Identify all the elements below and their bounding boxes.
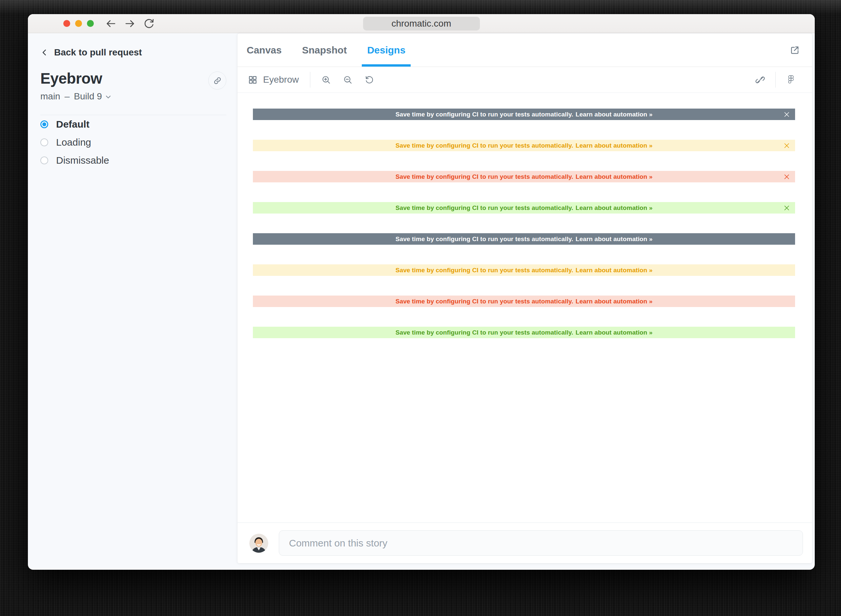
eyebrow-message: Save time by configuring CI to run your …	[396, 204, 573, 211]
address-bar-url: chromatic.com	[391, 18, 451, 29]
eyebrow-banner-red-static: Save time by configuring CI to run your …	[253, 296, 795, 307]
window-minimize-button[interactable]	[75, 20, 82, 27]
browser-back-icon[interactable]	[105, 18, 117, 29]
eyebrow-message: Save time by configuring CI to run your …	[396, 329, 573, 336]
eyebrow-banner-gray: Save time by configuring CI to run your …	[253, 109, 795, 120]
user-avatar	[249, 534, 268, 553]
comment-input[interactable]	[279, 530, 803, 556]
figma-design-button[interactable]	[786, 75, 796, 85]
eyebrow-message: Save time by configuring CI to run your …	[396, 173, 573, 180]
traffic-lights	[63, 20, 94, 27]
reset-zoom-icon	[365, 75, 374, 85]
eyebrow-message: Save time by configuring CI to run your …	[396, 236, 573, 243]
tab-canvas[interactable]: Canvas	[247, 34, 282, 67]
comment-bar	[237, 522, 812, 563]
close-icon	[783, 142, 790, 149]
variant-option-default[interactable]: Default	[40, 115, 226, 133]
external-link-icon	[790, 45, 800, 55]
eyebrow-dismiss-button[interactable]	[783, 173, 790, 180]
variant-option-loading[interactable]: Loading	[40, 133, 226, 151]
browser-titlebar: chromatic.com	[28, 14, 815, 33]
eyebrow-banner-gray-static: Save time by configuring CI to run your …	[253, 233, 795, 245]
zoom-reset-button[interactable]	[365, 75, 374, 85]
build-row: main – Build 9	[40, 91, 112, 102]
eyebrow-banner-yellow: Save time by configuring CI to run your …	[253, 140, 795, 151]
story-toolbar: Eyebrow	[237, 67, 812, 93]
eyebrow-banner-red: Save time by configuring CI to run your …	[253, 171, 795, 182]
figma-icon	[786, 75, 796, 85]
eyebrow-banner-green-static: Save time by configuring CI to run your …	[253, 327, 795, 338]
component-grid-button[interactable]	[248, 75, 258, 85]
grid-icon	[248, 75, 258, 85]
build-label: Build 9	[74, 91, 102, 102]
close-icon	[783, 204, 790, 211]
variant-label: Default	[56, 119, 89, 130]
unlink-icon	[755, 75, 765, 85]
window-zoom-button[interactable]	[87, 20, 94, 27]
unlink-design-button[interactable]	[755, 75, 765, 85]
chevron-left-icon	[40, 48, 49, 57]
back-label: Back to pull request	[54, 47, 142, 58]
sidebar: Back to pull request Eyebrow main – Buil…	[28, 34, 237, 570]
variant-option-dismissable[interactable]: Dismissable	[40, 151, 226, 169]
eyebrow-dismiss-button[interactable]	[783, 204, 790, 211]
browser-window: chromatic.com Back to pull request Eyebr…	[28, 14, 815, 570]
open-in-new-window-button[interactable]	[790, 45, 800, 55]
tab-snapshot[interactable]: Snapshot	[302, 34, 347, 67]
radio-loading[interactable]	[40, 138, 48, 146]
radio-default-selected[interactable]	[40, 120, 48, 128]
variant-list: DefaultLoadingDismissable	[40, 115, 226, 169]
automation-link[interactable]: Learn about automation »	[576, 267, 653, 274]
automation-link[interactable]: Learn about automation »	[576, 298, 653, 305]
build-selector[interactable]: Build 9	[74, 91, 112, 102]
toolbar-divider	[775, 72, 776, 88]
tab-designs[interactable]: Designs	[367, 34, 406, 67]
close-icon	[783, 173, 790, 180]
tab-bar: CanvasSnapshotDesigns	[237, 34, 812, 67]
eyebrow-message: Save time by configuring CI to run your …	[396, 111, 573, 118]
close-icon	[783, 111, 790, 118]
variant-label: Loading	[56, 137, 91, 148]
zoom-out-icon	[343, 75, 353, 85]
eyebrow-dismiss-button[interactable]	[783, 111, 790, 118]
browser-refresh-icon[interactable]	[143, 18, 155, 29]
automation-link[interactable]: Learn about automation »	[576, 111, 653, 118]
toolbar-divider	[310, 72, 310, 88]
zoom-in-icon	[321, 75, 331, 85]
eyebrow-message: Save time by configuring CI to run your …	[396, 298, 573, 305]
radio-dismissable[interactable]	[40, 157, 48, 164]
branch-build-separator: –	[64, 91, 70, 102]
toolbar-story-label: Eyebrow	[263, 75, 299, 85]
eyebrow-dismiss-button[interactable]	[783, 142, 790, 149]
browser-forward-icon[interactable]	[124, 18, 136, 29]
eyebrow-banner-yellow-static: Save time by configuring CI to run your …	[253, 264, 795, 276]
back-to-pull-request-link[interactable]: Back to pull request	[40, 47, 226, 58]
automation-link[interactable]: Learn about automation »	[576, 173, 653, 180]
zoom-in-button[interactable]	[321, 75, 331, 85]
automation-link[interactable]: Learn about automation »	[576, 329, 653, 336]
link-icon	[213, 76, 222, 85]
address-bar[interactable]: chromatic.com	[363, 17, 480, 31]
automation-link[interactable]: Learn about automation »	[576, 142, 653, 149]
eyebrow-message: Save time by configuring CI to run your …	[396, 267, 573, 274]
automation-link[interactable]: Learn about automation »	[576, 204, 653, 211]
zoom-out-button[interactable]	[343, 75, 353, 85]
chevron-down-icon	[105, 94, 112, 101]
eyebrow-message: Save time by configuring CI to run your …	[396, 142, 573, 149]
variant-label: Dismissable	[56, 155, 109, 166]
story-canvas: Save time by configuring CI to run your …	[237, 93, 812, 522]
branch-name: main	[40, 91, 60, 102]
eyebrow-banner-green: Save time by configuring CI to run your …	[253, 202, 795, 214]
main-panel: CanvasSnapshotDesigns Eyebrow	[237, 34, 812, 563]
copy-story-link-button[interactable]	[208, 72, 226, 89]
app-root: Back to pull request Eyebrow main – Buil…	[28, 34, 815, 570]
automation-link[interactable]: Learn about automation »	[576, 236, 653, 243]
story-title: Eyebrow	[40, 69, 112, 87]
window-close-button[interactable]	[63, 20, 70, 27]
